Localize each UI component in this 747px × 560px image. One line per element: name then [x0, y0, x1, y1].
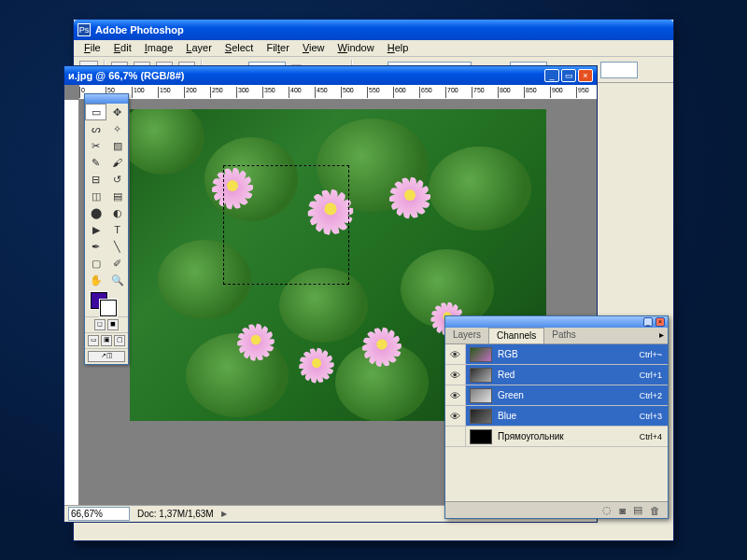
tool-history-brush[interactable]: ↺: [106, 171, 128, 188]
maximize-button[interactable]: ▭: [561, 69, 576, 82]
channel-name: RGB: [496, 349, 639, 359]
tab-channels[interactable]: Channels: [488, 328, 544, 343]
channel-thumbnail: [470, 368, 492, 383]
panel-minimize-button[interactable]: _: [643, 317, 653, 327]
toolbox-header[interactable]: [85, 94, 128, 104]
imageready-button[interactable]: ↗◫: [88, 351, 125, 362]
document-title: и.jpg @ 66,7% (RGB/8#): [68, 70, 544, 81]
visibility-eye-icon[interactable]: 👁: [445, 385, 466, 405]
tool-eyedrop[interactable]: ✐: [106, 255, 128, 272]
app-titlebar[interactable]: Ps Adobe Photoshop: [74, 20, 673, 40]
tool-slice[interactable]: ▨: [106, 137, 128, 154]
tab-layers[interactable]: Layers: [445, 328, 488, 343]
visibility-eye-icon[interactable]: 👁: [445, 365, 466, 385]
screen-standard-icon[interactable]: ▭: [88, 335, 99, 346]
tab-paths[interactable]: Paths: [544, 328, 584, 343]
background-swatch[interactable]: [100, 300, 117, 316]
save-selection-icon[interactable]: ◙: [619, 505, 626, 516]
tool-brush[interactable]: 🖌: [106, 154, 128, 171]
tool-zoom[interactable]: 🔍: [106, 272, 128, 288]
channel-row[interactable]: 👁GreenCtrl+2: [445, 385, 668, 406]
channel-row[interactable]: 👁RedCtrl+1: [445, 365, 668, 385]
menu-edit[interactable]: Edit: [107, 40, 138, 56]
quickmask-standard-icon[interactable]: ◻: [94, 319, 106, 330]
app-icon: Ps: [78, 23, 91, 36]
close-button[interactable]: ×: [578, 69, 593, 82]
channels-panel[interactable]: _ × Layers Channels Paths ▸ 👁RGBCtrl+~👁R…: [444, 315, 669, 519]
load-selection-icon[interactable]: ◌: [602, 504, 612, 516]
visibility-eye-icon[interactable]: 👁: [445, 344, 466, 364]
tool-marquee[interactable]: ▭: [85, 104, 106, 120]
delete-channel-icon[interactable]: 🗑: [650, 505, 660, 516]
tool-wand[interactable]: ✧: [106, 120, 128, 137]
color-swatches: [85, 288, 128, 316]
tool-blur[interactable]: ⬤: [85, 204, 106, 221]
channel-thumbnail: [470, 388, 492, 403]
toolbox[interactable]: ▭✥ᔕ✧✂▨✎🖌⊟↺◫▤⬤◐▶T✒╲▢✐✋🔍 ◻◼ ▭▣▢ ↗◫: [84, 93, 129, 365]
tool-eraser[interactable]: ◫: [85, 188, 106, 204]
ruler-tick: 350: [262, 87, 275, 98]
tool-lasso[interactable]: ᔕ: [85, 120, 106, 137]
docsize-label: Doc: 1,37M/1,63M: [137, 509, 214, 519]
channel-name: Red: [496, 370, 640, 380]
channel-name: Прямоугольник: [496, 431, 640, 441]
panel-tabs: Layers Channels Paths ▸: [445, 328, 668, 344]
ruler-tick: 650: [419, 87, 432, 98]
visibility-eye-icon[interactable]: 👁: [445, 406, 466, 426]
menu-select[interactable]: Select: [218, 40, 261, 56]
ruler-tick: 950: [576, 87, 589, 98]
channel-thumbnail: [470, 347, 492, 362]
tool-crop[interactable]: ✂: [85, 137, 106, 154]
tool-notes[interactable]: ▢: [85, 255, 106, 272]
channel-row[interactable]: ПрямоугольникCtrl+4: [445, 427, 668, 447]
screen-full-icon[interactable]: ▢: [114, 335, 125, 346]
visibility-eye-icon[interactable]: [445, 427, 466, 446]
panel-header[interactable]: _ ×: [445, 316, 668, 328]
ruler-tick: 250: [210, 87, 223, 98]
tool-hand[interactable]: ✋: [85, 272, 106, 288]
ruler-horizontal[interactable]: 0501001502002503003504004505005506006507…: [79, 85, 597, 100]
menu-view[interactable]: View: [296, 40, 331, 56]
ruler-tick: 800: [498, 87, 511, 98]
zoom-input[interactable]: [68, 507, 130, 521]
tool-heal[interactable]: ✎: [85, 154, 106, 171]
channel-row[interactable]: 👁RGBCtrl+~: [445, 344, 668, 365]
minimize-button[interactable]: _: [544, 69, 559, 82]
menu-help[interactable]: Help: [381, 40, 416, 56]
ruler-tick: 450: [315, 87, 328, 98]
panel-close-button[interactable]: ×: [655, 317, 665, 327]
height-input: [600, 62, 638, 78]
channel-shortcut: Ctrl+4: [640, 432, 668, 441]
ruler-vertical[interactable]: [64, 100, 79, 505]
ruler-tick: 300: [236, 87, 249, 98]
ruler-tick: 900: [550, 87, 563, 98]
tool-dodge[interactable]: ◐: [106, 204, 128, 221]
tool-type[interactable]: T: [106, 221, 128, 238]
menu-image[interactable]: Image: [138, 40, 180, 56]
tool-path-sel[interactable]: ▶: [85, 221, 106, 238]
statusbar-menu-icon[interactable]: ▶: [221, 510, 227, 518]
tool-pen[interactable]: ✒: [85, 238, 106, 255]
menu-file[interactable]: File: [78, 40, 107, 56]
menu-layer[interactable]: Layer: [179, 40, 218, 56]
channel-shortcut: Ctrl+2: [640, 391, 668, 400]
quickmask-icon[interactable]: ◼: [107, 319, 119, 330]
tool-stamp[interactable]: ⊟: [85, 171, 106, 188]
channel-list: 👁RGBCtrl+~👁RedCtrl+1👁GreenCtrl+2👁BlueCtr…: [445, 344, 668, 447]
menu-window[interactable]: Window: [331, 40, 381, 56]
ruler-tick: 200: [184, 87, 197, 98]
ruler-tick: 500: [341, 87, 354, 98]
tool-gradient[interactable]: ▤: [106, 188, 128, 204]
panel-menu-icon[interactable]: ▸: [655, 328, 668, 343]
panel-footer: ◌ ◙ ▤ 🗑: [445, 501, 668, 518]
tool-shape[interactable]: ╲: [106, 238, 128, 255]
screen-full-menubar-icon[interactable]: ▣: [101, 335, 112, 346]
channel-shortcut: Ctrl+1: [640, 371, 668, 380]
tool-move[interactable]: ✥: [106, 104, 128, 120]
document-titlebar[interactable]: и.jpg @ 66,7% (RGB/8#) _ ▭ ×: [64, 66, 597, 85]
new-channel-icon[interactable]: ▤: [633, 504, 642, 516]
channel-row[interactable]: 👁BlueCtrl+3: [445, 406, 668, 427]
menu-filter[interactable]: Filter: [260, 40, 295, 56]
selection-marquee[interactable]: [223, 165, 349, 285]
ruler-tick: 600: [393, 87, 406, 98]
